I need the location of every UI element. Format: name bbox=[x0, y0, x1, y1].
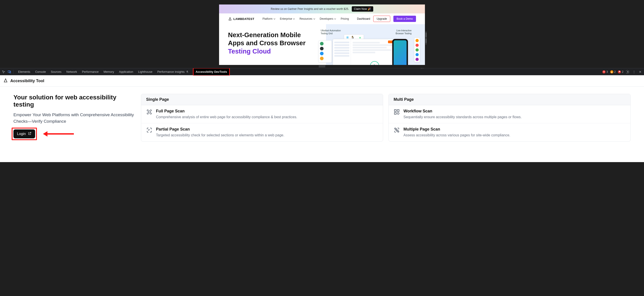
dot-icon bbox=[320, 42, 324, 46]
option-title: Full Page Scan bbox=[156, 109, 297, 114]
svg-rect-8 bbox=[394, 112, 396, 114]
close-icon[interactable] bbox=[638, 70, 642, 74]
nav-developers[interactable]: Developers bbox=[320, 17, 336, 20]
option-desc: Targeted accessibility check for selecte… bbox=[156, 133, 284, 138]
intro-heading: Your solution for web accessibility test… bbox=[14, 94, 134, 108]
svg-rect-5 bbox=[148, 111, 150, 113]
tab-application[interactable]: Application bbox=[119, 70, 133, 74]
panel-header: Accessibility Tool bbox=[0, 75, 644, 87]
external-link-icon bbox=[28, 132, 32, 136]
option-workflow-scan[interactable]: Workflow Scan Sequentially ensure access… bbox=[389, 105, 630, 123]
warning-badge[interactable]: ▲2 bbox=[610, 70, 616, 74]
brand-text: LAMBDATEST bbox=[234, 17, 254, 21]
promo-bar: Review us on Gartner Peer Insights and w… bbox=[219, 5, 425, 14]
svg-point-3 bbox=[627, 71, 628, 72]
login-button[interactable]: Login bbox=[14, 129, 35, 138]
hero-section: Next-Generation Mobile Apps and Cross Br… bbox=[219, 24, 425, 65]
dot-icon bbox=[320, 57, 324, 60]
nav-pricing[interactable]: Pricing bbox=[340, 17, 349, 20]
option-full-page-scan[interactable]: Full Page Scan Comprehensive analysis of… bbox=[141, 105, 383, 123]
chevron-down-icon bbox=[313, 18, 315, 20]
page-preview: Review us on Gartner Peer Insights and w… bbox=[219, 5, 425, 65]
tab-accessibility-devtools[interactable]: Accessibility DevTools bbox=[193, 68, 229, 76]
card-title: Multi Page bbox=[389, 94, 630, 105]
mini-icon-board bbox=[318, 40, 332, 63]
linux-icon: 🐧 bbox=[351, 36, 354, 39]
partial-scan-icon bbox=[146, 127, 152, 133]
panel-title: Accessibility Tool bbox=[10, 79, 44, 83]
kebab-menu-icon[interactable]: ⋮ bbox=[632, 70, 636, 74]
book-demo-button[interactable]: Book a Demo bbox=[394, 16, 416, 22]
tab-lighthouse[interactable]: Lighthouse bbox=[138, 70, 152, 74]
hero-callout-left: Ultrafast Automation Testing Grid bbox=[321, 29, 341, 35]
option-desc: Assess accessibility across various page… bbox=[404, 133, 510, 138]
hero-callout-right: Live-Interactive Browser Testing bbox=[396, 29, 412, 35]
card-title: Single Page bbox=[141, 94, 383, 105]
divider bbox=[14, 70, 14, 74]
multiple-scan-icon bbox=[394, 127, 400, 133]
option-title: Workflow Scan bbox=[404, 109, 522, 114]
lambda-icon bbox=[228, 17, 232, 21]
tab-console[interactable]: Console bbox=[35, 70, 46, 74]
device-toolbar-icon[interactable] bbox=[8, 70, 11, 74]
browser-icon bbox=[416, 53, 419, 56]
error-badge[interactable]: ✕3 bbox=[602, 70, 608, 74]
lambda-icon bbox=[3, 78, 8, 84]
chevron-down-icon bbox=[334, 18, 336, 20]
browser-icon bbox=[416, 44, 419, 47]
full-scan-icon bbox=[146, 109, 152, 115]
svg-point-9 bbox=[397, 112, 399, 114]
browser-icon bbox=[416, 48, 419, 52]
chevron-down-icon bbox=[293, 18, 295, 20]
brand-logo[interactable]: LAMBDATEST bbox=[228, 17, 254, 21]
svg-rect-11 bbox=[397, 130, 398, 131]
tab-performance[interactable]: Performance bbox=[82, 70, 98, 74]
hero-heading: Next-Generation Mobile Apps and Cross Br… bbox=[228, 31, 312, 55]
svg-marker-4 bbox=[4, 79, 7, 82]
option-desc: Comprehensive analysis of entire web pag… bbox=[156, 114, 297, 120]
browser-icon bbox=[416, 39, 419, 42]
tab-performance-insights[interactable]: Performance insights bbox=[157, 70, 188, 74]
claim-now-button[interactable]: Claim Now 🎉 bbox=[352, 6, 373, 12]
option-multiple-page-scan[interactable]: Multiple Page Scan Assess accessibility … bbox=[389, 123, 630, 141]
chevron-down-icon bbox=[274, 18, 276, 20]
nav-resources[interactable]: Resources bbox=[300, 17, 315, 20]
tab-elements[interactable]: Elements bbox=[18, 70, 30, 74]
browser-icon bbox=[416, 58, 419, 61]
tab-sources[interactable]: Sources bbox=[51, 70, 62, 74]
nav-platform[interactable]: Platform bbox=[262, 17, 276, 20]
tab-network[interactable]: Network bbox=[66, 70, 77, 74]
nav-enterprise[interactable]: Enterprise bbox=[280, 17, 295, 20]
dashboard-link[interactable]: Dashboard bbox=[357, 17, 370, 20]
site-actions: Dashboard Upgrade Book a Demo bbox=[357, 16, 416, 22]
option-title: Partial Page Scan bbox=[156, 127, 284, 132]
gear-icon[interactable] bbox=[626, 70, 630, 74]
play-icon bbox=[370, 61, 379, 65]
inspect-element-icon[interactable] bbox=[2, 70, 5, 74]
main-nav: Platform Enterprise Resources Developers… bbox=[262, 17, 349, 20]
svg-rect-6 bbox=[394, 110, 396, 112]
workflow-scan-icon bbox=[394, 109, 400, 115]
viewport-side-handle[interactable] bbox=[426, 31, 427, 45]
option-partial-page-scan[interactable]: Partial Page Scan Targeted accessibility… bbox=[141, 123, 383, 141]
upgrade-button[interactable]: Upgrade bbox=[373, 16, 390, 22]
windows-icon: ⊞ bbox=[346, 36, 349, 39]
mock-sidebar bbox=[333, 39, 351, 65]
svg-marker-0 bbox=[229, 18, 231, 20]
browser-icon-column bbox=[414, 38, 420, 62]
promo-text: Review us on Gartner Peer Insights and w… bbox=[271, 8, 349, 11]
intro-section: Your solution for web accessibility test… bbox=[14, 94, 134, 142]
devtools-tabbar: Elements Console Sources Network Perform… bbox=[0, 68, 644, 75]
tab-memory[interactable]: Memory bbox=[104, 70, 114, 74]
dot-icon bbox=[320, 52, 324, 55]
viewport-drag-handle[interactable] bbox=[0, 65, 644, 68]
info-badge[interactable]: ⚑2 bbox=[618, 70, 624, 74]
mock-app-window bbox=[333, 39, 400, 65]
annotation-arrow-icon bbox=[47, 133, 74, 135]
card-multi-page: Multi Page Workflow Scan Sequentially en… bbox=[388, 94, 630, 142]
android-icon: ▲ bbox=[359, 36, 362, 39]
card-single-page: Single Page Full Page Scan Comprehensive… bbox=[141, 94, 383, 142]
accessibility-panel: Accessibility Tool Your solution for web… bbox=[0, 75, 644, 162]
mock-phone bbox=[392, 39, 408, 65]
svg-rect-7 bbox=[397, 110, 399, 112]
